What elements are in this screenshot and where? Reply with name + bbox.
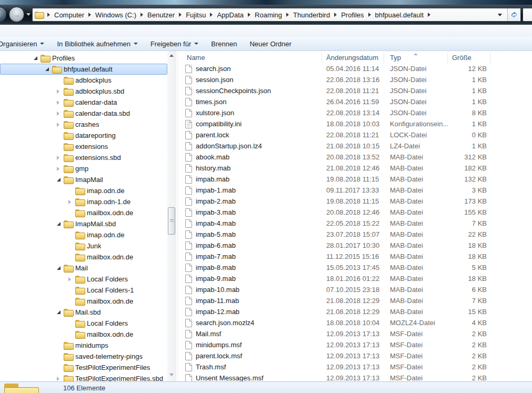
toolbar-button[interactable]: Brennen xyxy=(205,40,243,48)
scrollbar-down-icon[interactable] xyxy=(169,374,174,376)
tree-item[interactable]: mailbox.odn.de xyxy=(0,296,167,307)
file-row[interactable]: abook.mab 20.08.2018 13:52 MAB-Datei 312… xyxy=(179,152,532,163)
tree-item[interactable]: imap.odn.de xyxy=(0,229,167,240)
tree-expander-icon[interactable] xyxy=(57,310,64,314)
file-row[interactable]: compatibility.ini 18.08.2018 10:03 Konfi… xyxy=(179,118,532,129)
tree-expander-icon[interactable] xyxy=(68,277,75,281)
tree-item[interactable]: adblockplus xyxy=(0,75,167,86)
tree-item[interactable]: imap.odn-1.de xyxy=(0,196,167,207)
breadcrumb-item[interactable]: Roaming xyxy=(254,11,283,19)
file-row[interactable]: impab-5.mab 23.07.2018 15:07 MAB-Datei 2… xyxy=(179,229,532,240)
tree-item[interactable]: datareporting xyxy=(0,130,167,141)
file-row[interactable]: impab-1.mab 09.11.2017 13:33 MAB-Datei 3… xyxy=(179,185,532,196)
column-header-type[interactable]: Typ xyxy=(384,53,448,63)
column-header-date[interactable]: Änderungsdatum xyxy=(322,53,384,63)
tree-expander-icon[interactable] xyxy=(45,67,52,71)
tree-item[interactable]: saved-telemetry-pings xyxy=(0,351,167,362)
file-row[interactable]: parent.lock 22.08.2018 11:21 LOCK-Datei … xyxy=(179,129,532,140)
tree-item[interactable]: mailbox.odn.de xyxy=(0,207,167,218)
tree-expander-icon[interactable] xyxy=(57,377,64,381)
breadcrumb-item[interactable]: Computer xyxy=(53,11,85,19)
breadcrumb-item[interactable]: Profiles xyxy=(340,11,365,19)
tree-item[interactable]: crashes xyxy=(0,119,167,130)
file-row[interactable]: impab-7.mab 11.12.2015 15:16 MAB-Datei 1… xyxy=(179,251,532,262)
file-row[interactable]: addonStartup.json.lz4 21.08.2018 10:15 L… xyxy=(179,140,532,152)
file-row[interactable]: impab-4.mab 22.05.2018 15:22 MAB-Datei 7… xyxy=(179,218,532,229)
file-row[interactable]: impab-2.mab 19.08.2018 11:15 MAB-Datei 1… xyxy=(179,196,532,207)
tree-item[interactable]: gmp xyxy=(0,163,167,174)
tree-item[interactable]: extensions xyxy=(0,141,167,152)
tree-item[interactable]: adblockplus.sbd xyxy=(0,86,167,97)
file-row[interactable]: minidumps.msf 12.09.2013 17:13 MSF-Datei… xyxy=(179,339,532,350)
tree-item[interactable]: ImapMail xyxy=(0,174,167,185)
tree-item[interactable]: mailbox.odn.de xyxy=(0,251,167,263)
tree-item[interactable]: calendar-data.sbd xyxy=(0,108,167,119)
file-row[interactable]: Unsent Messages.msf 12.09.2013 17:13 MSF… xyxy=(179,372,532,381)
tree-item[interactable]: minidumps xyxy=(0,340,167,351)
tree-expander-icon[interactable] xyxy=(57,266,64,270)
toolbar-button[interactable]: Organisieren xyxy=(0,40,51,48)
file-row[interactable]: Mail.msf 12.09.2013 17:13 MSF-Datei 2 KB xyxy=(179,328,532,339)
breadcrumb-item[interactable]: Windows (C:) xyxy=(94,11,137,19)
breadcrumb-item[interactable]: AppData xyxy=(216,11,245,19)
file-row[interactable]: impab-9.mab 18.01.2016 01:22 MAB-Datei 1… xyxy=(179,273,532,284)
file-row[interactable]: history.mab 21.08.2018 12:46 MAB-Datei 1… xyxy=(179,163,532,174)
scrollbar-thumb[interactable] xyxy=(168,207,175,235)
tree-item[interactable]: Local Folders xyxy=(0,318,167,329)
tree-expander-icon[interactable] xyxy=(34,56,41,60)
tree-item[interactable]: bhfpuael.default xyxy=(0,64,167,75)
tree-item[interactable]: Local Folders-1 xyxy=(0,285,167,296)
file-row[interactable]: search.json 05.04.2016 11:14 JSON-Datei … xyxy=(179,63,532,74)
file-row[interactable]: impab-8.mab 15.05.2013 17:45 MAB-Datei 5… xyxy=(179,262,532,273)
tree-item[interactable]: Junk xyxy=(0,240,167,251)
toolbar-button[interactable]: Freigeben für xyxy=(144,40,205,48)
file-row[interactable]: impab-11.mab 21.08.2018 12:29 MAB-Datei … xyxy=(179,295,532,306)
breadcrumb-item[interactable]: Thunderbird xyxy=(292,11,331,19)
tree-item[interactable]: mailbox.odn.de xyxy=(0,329,167,340)
address-history-dropdown-icon[interactable] xyxy=(498,14,502,16)
tree-item[interactable]: Mail.sbd xyxy=(0,307,167,318)
tree-item[interactable]: Mail xyxy=(0,263,167,274)
tree-expander-icon[interactable] xyxy=(57,156,64,160)
file-row[interactable]: impab.mab 19.08.2018 11:15 MAB-Datei 132… xyxy=(179,174,532,185)
tree-item[interactable]: imap.odn.de xyxy=(0,185,167,196)
search-input[interactable] xyxy=(523,8,532,22)
file-row[interactable]: sessionCheckpoints.json 22.08.2018 11:21… xyxy=(179,85,532,96)
tree-expander-icon[interactable] xyxy=(57,178,64,182)
toolbar-button[interactable]: Neuer Ordner xyxy=(243,40,297,48)
address-bar[interactable]: Computer Windows (C:) Benutzer Fujitsu A… xyxy=(32,8,521,22)
file-row[interactable]: session.json 22.08.2018 13:16 JSON-Datei… xyxy=(179,74,532,85)
toolbar-button[interactable]: In Bibliothek aufnehmen xyxy=(51,40,144,48)
column-header-size[interactable]: Größe xyxy=(448,53,490,63)
breadcrumb-item[interactable]: Fujitsu xyxy=(185,11,207,19)
file-row[interactable]: parent.lock.msf 12.09.2013 17:13 MSF-Dat… xyxy=(179,350,532,361)
column-header-name[interactable]: Name xyxy=(179,53,322,63)
breadcrumb-item[interactable]: bhfpuael.default xyxy=(374,11,425,19)
breadcrumb-item[interactable]: Benutzer xyxy=(146,11,176,19)
tree-expander-icon[interactable] xyxy=(57,89,64,94)
file-row[interactable]: impab-3.mab 20.08.2018 12:46 MAB-Datei 1… xyxy=(179,207,532,218)
tree-item[interactable]: extensions.sbd xyxy=(0,152,167,163)
file-row[interactable]: times.json 26.04.2016 11:59 JSON-Datei 1… xyxy=(179,96,532,107)
tree-item[interactable]: Local Folders xyxy=(0,274,167,285)
tree-item[interactable]: Profiles xyxy=(0,53,167,64)
tree-expander-icon[interactable] xyxy=(57,100,64,105)
tree-item[interactable]: calendar-data xyxy=(0,97,167,108)
forward-button[interactable]: → xyxy=(9,7,24,22)
file-row[interactable]: impab-12.mab 21.08.2018 12:29 MAB-Datei … xyxy=(179,306,532,317)
scrollbar-up-icon[interactable] xyxy=(169,54,174,57)
tree-expander-icon[interactable] xyxy=(57,222,64,226)
tree-expander-icon[interactable] xyxy=(68,200,75,204)
file-row[interactable]: impab-6.mab 28.01.2017 10:30 MAB-Datei 1… xyxy=(179,240,532,251)
recent-pages-dropdown-icon[interactable] xyxy=(26,13,31,16)
tree-item[interactable]: TestPilotExperimentFiles.sbd xyxy=(0,373,167,381)
file-row[interactable]: search.json.mozlz4 18.08.2018 10:04 MOZL… xyxy=(179,317,532,328)
back-button[interactable]: ← xyxy=(0,7,6,22)
tree-scrollbar[interactable] xyxy=(167,51,176,381)
file-row[interactable]: impab-10.mab 07.10.2015 23:18 MAB-Datei … xyxy=(179,284,532,295)
refresh-button[interactable] xyxy=(508,8,520,21)
tree-item[interactable]: ImapMail.sbd xyxy=(0,218,167,229)
tree-item[interactable]: TestPilotExperimentFiles xyxy=(0,362,167,373)
tree-expander-icon[interactable] xyxy=(57,123,64,127)
file-row[interactable]: xulstore.json 22.08.2018 13:14 JSON-Date… xyxy=(179,107,532,118)
